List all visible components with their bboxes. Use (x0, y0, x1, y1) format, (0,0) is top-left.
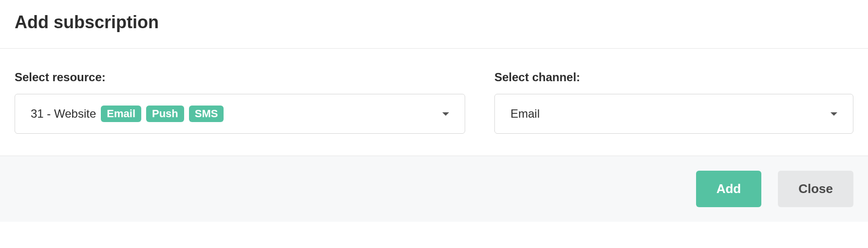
channel-selected-text: Email (510, 107, 540, 121)
add-button[interactable]: Add (696, 171, 762, 207)
add-subscription-dialog: Add subscription Select resource: 31 - W… (0, 0, 868, 222)
channel-select-content: Email (510, 107, 540, 121)
caret-down-icon (442, 112, 449, 116)
resource-badge-sms: SMS (189, 106, 224, 122)
channel-label: Select channel: (494, 71, 853, 84)
resource-select[interactable]: 31 - Website Email Push SMS (15, 94, 465, 134)
dialog-body: Select resource: 31 - Website Email Push… (0, 49, 868, 156)
dialog-footer: Add Close (0, 156, 868, 222)
resource-field-group: Select resource: 31 - Website Email Push… (15, 71, 465, 134)
close-button[interactable]: Close (778, 171, 853, 207)
channel-field-group: Select channel: Email (494, 71, 853, 134)
dialog-title: Add subscription (15, 12, 853, 33)
resource-badge-email: Email (101, 106, 141, 122)
dialog-header: Add subscription (0, 0, 868, 48)
resource-selected-text: 31 - Website (31, 107, 96, 121)
caret-down-icon (830, 112, 837, 116)
resource-label: Select resource: (15, 71, 465, 84)
resource-badge-push: Push (146, 106, 184, 122)
channel-select[interactable]: Email (494, 94, 853, 134)
resource-select-content: 31 - Website Email Push SMS (31, 106, 224, 122)
